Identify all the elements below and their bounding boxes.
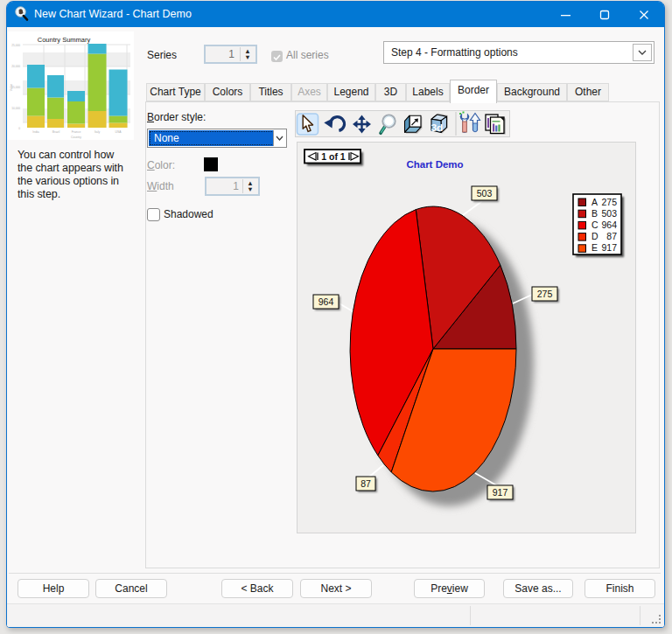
svg-text:D: D bbox=[592, 231, 598, 241]
svg-text:Country Summary: Country Summary bbox=[38, 36, 91, 44]
svg-text:503: 503 bbox=[601, 208, 617, 219]
svg-text:Italy: Italy bbox=[94, 130, 101, 134]
svg-text:Country: Country bbox=[71, 136, 81, 139]
svg-text:A: A bbox=[592, 197, 598, 207]
svg-text:964: 964 bbox=[601, 219, 617, 230]
svg-text:3d: 3d bbox=[431, 122, 443, 133]
svg-text:Chart Demo: Chart Demo bbox=[406, 159, 463, 170]
svg-text:275: 275 bbox=[537, 289, 553, 299]
svg-text:Brazil: Brazil bbox=[52, 130, 60, 134]
svg-text:10,000: 10,000 bbox=[11, 107, 20, 110]
svg-text:503: 503 bbox=[477, 188, 493, 199]
svg-text:0: 0 bbox=[18, 127, 20, 130]
svg-text:1 of 1: 1 of 1 bbox=[321, 151, 346, 162]
svg-text:E: E bbox=[592, 242, 598, 253]
svg-text:275: 275 bbox=[601, 197, 617, 207]
svg-text:USA: USA bbox=[116, 130, 122, 134]
svg-text:917: 917 bbox=[493, 487, 508, 498]
svg-text:20,000: 20,000 bbox=[11, 65, 20, 68]
svg-text:C: C bbox=[592, 219, 598, 230]
svg-text:964: 964 bbox=[318, 296, 334, 307]
svg-text:Value: Value bbox=[10, 84, 13, 92]
svg-text:B: B bbox=[592, 208, 598, 219]
svg-text:87: 87 bbox=[360, 478, 371, 489]
svg-text:87: 87 bbox=[606, 231, 617, 241]
svg-text:25,000: 25,000 bbox=[11, 44, 20, 47]
svg-text:India: India bbox=[32, 130, 38, 134]
svg-text:France: France bbox=[72, 130, 81, 134]
svg-text:917: 917 bbox=[601, 242, 617, 253]
